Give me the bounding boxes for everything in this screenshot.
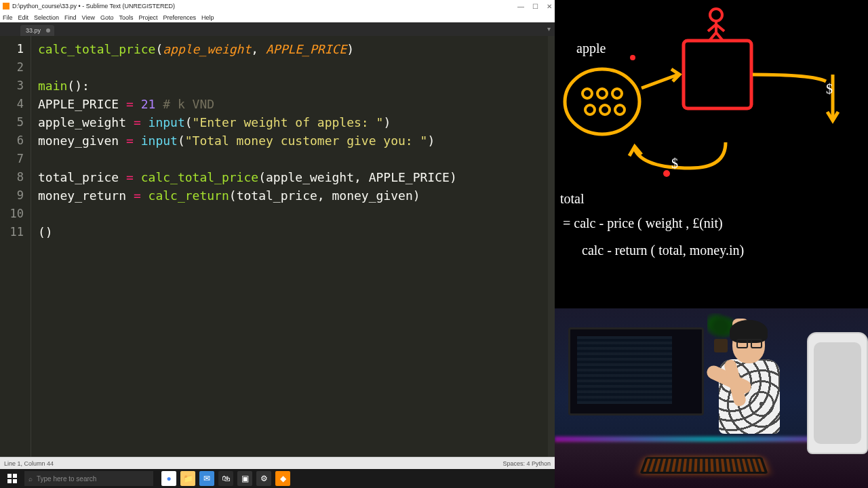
window-title-bar: D:\python_course\33.py • - Sublime Text … [0, 0, 555, 12]
code-line[interactable]: apple_weight = input("Enter weight of ap… [38, 113, 548, 131]
menu-preferences[interactable]: Preferences [163, 14, 196, 21]
app-icon [3, 3, 9, 9]
tab-dirty-icon [46, 28, 50, 33]
tab-bar[interactable]: 33.py ▾ [0, 22, 555, 36]
svg-rect-1 [13, 474, 17, 478]
window-title: D:\python_course\33.py • - Sublime Text … [12, 3, 517, 9]
store-icon[interactable]: 🛍 [218, 471, 233, 486]
code-area[interactable]: calc_total_price(apple_weight, APPLE_PRI… [31, 36, 548, 457]
svg-point-15 [585, 105, 595, 115]
code-line[interactable]: main(): [38, 77, 548, 95]
settings-icon[interactable]: ⚙ [256, 471, 271, 486]
tab-label: 33.py [26, 27, 41, 34]
code-editor[interactable]: 1234567891011 calc_total_price(apple_wei… [0, 36, 555, 457]
dollar-return-icon: $ [671, 156, 678, 171]
maximize-button[interactable]: ☐ [532, 3, 538, 10]
svg-rect-10 [684, 41, 751, 108]
menu-help[interactable]: Help [201, 14, 214, 21]
wb-label-apple: apple [576, 41, 606, 56]
minimap[interactable] [548, 36, 555, 457]
webcam-monitor [568, 327, 704, 415]
menu-view[interactable]: View [82, 14, 95, 21]
code-line[interactable]: money_return = calc_return(total_price, … [38, 186, 548, 205]
code-line[interactable]: () [38, 223, 548, 241]
code-line[interactable]: calc_total_price(apple_weight, APPLE_PRI… [38, 40, 548, 58]
search-placeholder: Type here to search [37, 475, 96, 483]
menu-find[interactable]: Find [64, 14, 77, 21]
svg-rect-3 [13, 479, 17, 483]
wb-label-total: total [560, 191, 585, 206]
whiteboard-panel: $ $ apple total = calc - price ( weight … [555, 0, 868, 308]
wb-line2: calc - return ( total, money.in) [582, 243, 744, 258]
svg-point-17 [615, 105, 625, 115]
svg-point-21 [663, 170, 670, 177]
line-gutter: 1234567891011 [0, 36, 31, 457]
status-left: Line 1, Column 44 [4, 460, 54, 467]
editor-tab[interactable]: 33.py [20, 25, 54, 36]
svg-point-14 [612, 89, 622, 98]
dollar-out-icon: $ [826, 81, 833, 96]
code-line[interactable]: APPLE_PRICE = 21 # k VND [38, 95, 548, 113]
code-line[interactable] [38, 58, 548, 77]
svg-point-13 [597, 89, 607, 98]
code-line[interactable]: money_given = input("Total money custome… [38, 131, 548, 150]
svg-rect-0 [7, 474, 12, 478]
mail-icon[interactable]: ✉ [199, 471, 214, 486]
menu-project[interactable]: Project [138, 14, 157, 21]
menu-bar[interactable]: FileEditSelectionFindViewGotoToolsProjec… [0, 12, 555, 22]
webcam-person [705, 312, 841, 468]
svg-point-16 [600, 105, 610, 115]
menu-goto[interactable]: Goto [100, 14, 114, 21]
svg-point-12 [583, 89, 592, 98]
status-right: Spaces: 4 Python [502, 460, 551, 467]
webcam-panel [555, 308, 868, 488]
start-button[interactable] [3, 471, 22, 486]
terminal-icon[interactable]: ▣ [237, 471, 252, 486]
svg-point-4 [710, 9, 722, 21]
menu-selection[interactable]: Selection [34, 14, 59, 21]
menu-edit[interactable]: Edit [18, 14, 29, 21]
minimize-button[interactable]: — [517, 3, 524, 10]
svg-point-11 [565, 69, 639, 134]
sublime-icon[interactable]: ◆ [275, 471, 290, 486]
code-line[interactable]: total_price = calc_total_price(apple_wei… [38, 168, 548, 186]
menu-tools[interactable]: Tools [119, 14, 133, 21]
code-line[interactable] [38, 205, 548, 223]
tab-overflow-icon[interactable]: ▾ [547, 25, 551, 33]
menu-file[interactable]: File [3, 14, 13, 21]
chrome-icon[interactable]: ● [161, 471, 176, 486]
svg-line-19 [642, 75, 678, 88]
status-bar: Line 1, Column 44 Spaces: 4 Python [0, 457, 555, 469]
files-icon[interactable]: 📁 [180, 471, 195, 486]
code-line[interactable] [38, 150, 548, 168]
svg-point-18 [630, 55, 635, 60]
wb-line1: = calc - price ( weight , £(nit) [563, 216, 723, 231]
svg-rect-2 [7, 479, 12, 483]
windows-taskbar[interactable]: ⌕ Type here to search ●📁✉🛍▣⚙◆ [0, 469, 555, 488]
taskbar-search[interactable]: ⌕ Type here to search [24, 471, 153, 486]
close-button[interactable]: ✕ [547, 3, 552, 10]
search-icon: ⌕ [28, 475, 33, 483]
